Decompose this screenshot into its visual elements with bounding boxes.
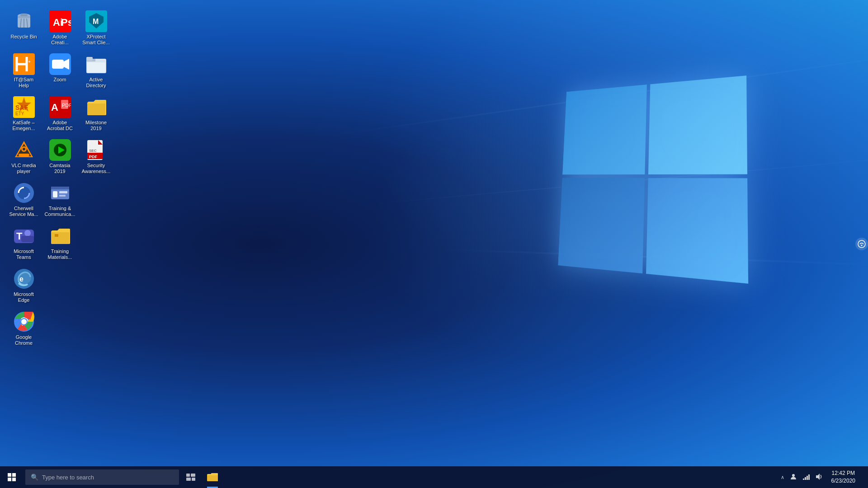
- training-comms-label: Training & Communica...: [45, 206, 75, 217]
- tray-icons: ∧: [779, 472, 824, 483]
- adobe-acrobat-label: Adobe Acrobat DC: [45, 120, 75, 131]
- svg-rect-50: [53, 191, 57, 197]
- win-pane-bl: [558, 178, 645, 274]
- cherwell-label: Cherwell Service Ma...: [9, 206, 39, 217]
- svg-point-63: [21, 319, 27, 324]
- win-pane-tl: [562, 84, 647, 174]
- camtasia-label: Camtasia 2019: [45, 163, 75, 174]
- svg-text:A: A: [51, 102, 58, 113]
- tray-network-icon[interactable]: [801, 472, 811, 483]
- side-notification-btn[interactable]: [855, 238, 868, 250]
- svg-rect-72: [807, 476, 808, 480]
- milestone-img: [85, 96, 107, 118]
- milestone-label: Milestone 2019: [81, 120, 111, 131]
- task-view-icon: [186, 474, 195, 481]
- zoom-label: Zoom: [53, 77, 66, 83]
- svg-text:ETY: ETY: [15, 111, 24, 116]
- search-placeholder-text: Type here to search: [42, 474, 94, 481]
- adobe-creative-icon[interactable]: Ai Ps Adobe Creati...: [43, 7, 77, 47]
- task-view-button[interactable]: [181, 466, 201, 488]
- svg-text:+: +: [28, 59, 31, 64]
- active-directory-icon[interactable]: Active Directory: [79, 50, 113, 90]
- google-chrome-label: Google Chrome: [9, 334, 39, 346]
- svg-text:PDF: PDF: [62, 103, 71, 108]
- svg-point-64: [861, 245, 863, 246]
- empty-slot-5-3: [79, 178, 113, 219]
- empty-slot-6-3: [79, 221, 113, 262]
- ms-teams-img: T: [13, 225, 35, 247]
- training-comms-icon[interactable]: Training & Communica...: [43, 178, 77, 219]
- cherwell-icon[interactable]: Cherwell Service Ma...: [7, 178, 41, 219]
- svg-text:e: e: [19, 275, 24, 283]
- windows-logo: [552, 81, 741, 271]
- svg-rect-66: [191, 474, 195, 477]
- file-explorer-taskbar[interactable]: [201, 466, 224, 488]
- svg-rect-51: [59, 191, 67, 193]
- google-chrome-icon[interactable]: Google Chrome: [7, 307, 41, 348]
- svg-rect-67: [186, 478, 191, 481]
- start-sq-tl: [8, 473, 11, 477]
- system-tray: ∧: [779, 466, 868, 488]
- taskbar: 🔍 Type here to search ∧: [0, 466, 868, 488]
- zoom-img: [49, 53, 71, 75]
- adobe-creative-label: Adobe Creati...: [45, 34, 75, 46]
- active-directory-img: [85, 53, 107, 75]
- training-materials-label: Training Materials...: [45, 249, 75, 260]
- start-button[interactable]: [0, 466, 24, 488]
- zoom-icon[interactable]: Zoom: [43, 50, 77, 90]
- show-desktop-button[interactable]: [859, 466, 863, 488]
- vlc-label: VLC media player: [9, 163, 39, 174]
- svg-point-55: [24, 230, 31, 236]
- start-sq-br: [12, 478, 16, 481]
- start-sq-tr: [12, 473, 16, 477]
- svg-rect-23: [86, 57, 93, 61]
- cherwell-img: [13, 182, 35, 204]
- taskbar-search-box[interactable]: 🔍 Type here to search: [25, 469, 179, 485]
- milestone-icon[interactable]: Milestone 2019: [79, 93, 113, 133]
- ms-teams-icon[interactable]: T Microsoft Teams: [7, 221, 41, 262]
- adobe-creative-img: Ai Ps: [49, 10, 71, 32]
- katsafe-label: KatSafe – Emegen...: [9, 120, 39, 131]
- security-pdf-img: PDF SEC: [85, 139, 107, 161]
- itatsam-icon[interactable]: + IT@Sam Help: [7, 50, 41, 90]
- active-directory-label: Active Directory: [81, 77, 111, 89]
- ms-edge-img: e: [13, 268, 35, 290]
- adobe-acrobat-icon[interactable]: A PDF Adobe Acrobat DC: [43, 93, 77, 133]
- svg-point-69: [792, 474, 795, 477]
- start-windows-logo: [8, 473, 16, 481]
- camtasia-icon[interactable]: Camtasia 2019: [43, 136, 77, 176]
- tray-chevron[interactable]: ∧: [779, 474, 786, 481]
- svg-point-37: [23, 148, 25, 150]
- tray-speaker-icon[interactable]: [813, 472, 824, 483]
- training-materials-img: [49, 225, 71, 247]
- adobe-acrobat-img: A PDF: [49, 96, 71, 118]
- security-awareness-label: Security Awareness...: [81, 163, 111, 174]
- recycle-bin-img: [13, 10, 35, 32]
- svg-rect-6: [20, 14, 28, 16]
- svg-rect-24: [87, 62, 105, 72]
- katsafe-img: SAF ETY: [13, 96, 35, 118]
- svg-rect-49: [51, 187, 69, 189]
- itatsam-label: IT@Sam Help: [9, 77, 39, 89]
- katsafe-icon[interactable]: SAF ETY KatSafe – Emegen...: [7, 93, 41, 133]
- svg-rect-57: [55, 234, 58, 237]
- google-chrome-img: [13, 311, 35, 333]
- training-materials-icon[interactable]: Training Materials...: [43, 221, 77, 262]
- security-pdf-icon[interactable]: PDF SEC Security Awareness...: [79, 136, 113, 176]
- xprotect-icon[interactable]: M XProtect Smart Clie...: [79, 7, 113, 47]
- svg-rect-68: [192, 478, 195, 481]
- clock-time: 12:42 PM: [832, 469, 855, 477]
- svg-rect-19: [52, 60, 64, 69]
- empty-slot-7-2: [43, 264, 77, 305]
- vlc-icon[interactable]: VLC media player: [7, 136, 41, 176]
- taskbar-apps: [201, 466, 224, 488]
- vlc-img: [13, 139, 35, 161]
- ms-edge-icon[interactable]: e Microsoft Edge: [7, 264, 41, 305]
- svg-text:SEC: SEC: [89, 149, 97, 153]
- recycle-bin-icon[interactable]: Recycle Bin: [7, 7, 41, 47]
- empty-slot-8-3: [79, 307, 113, 348]
- empty-slot-7-3: [79, 264, 113, 305]
- taskbar-clock[interactable]: 12:42 PM 6/23/2020: [828, 469, 859, 486]
- svg-rect-56: [21, 236, 34, 242]
- tray-person-icon[interactable]: [788, 472, 799, 483]
